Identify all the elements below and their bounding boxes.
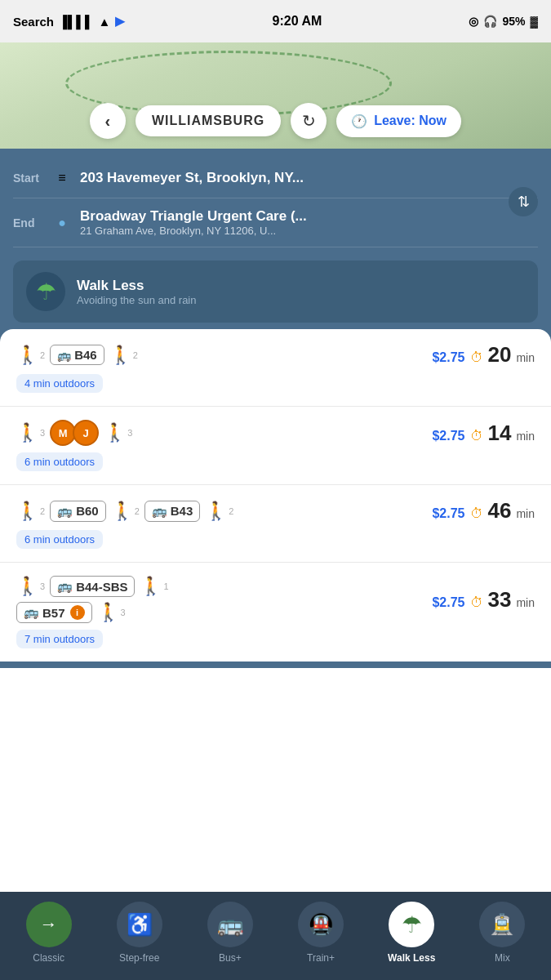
end-address-line1: Broadway Triangle Urgent Care (... [80,208,538,225]
carrier-label: Search [13,15,54,29]
trainplus-icon: 🚇 [308,912,334,938]
end-icon: ● [52,213,72,233]
walkless-label: Walk Less [388,952,435,964]
mix-icon: 🚊 [490,913,514,936]
route-price-time: $2.75 ⏱ 46 min [432,498,535,523]
end-label: End [13,216,44,229]
walk-less-icon: ☂ [26,272,65,311]
walk-after-icon: 🚶3 [97,602,126,623]
time-value: 14 [488,421,512,446]
map-nav-bar: ‹ WILLIAMSBURG ↻ 🕐 Leave: Now [0,103,551,139]
trainplus-label: Train+ [307,952,335,964]
route-item[interactable]: 🚶2 🚌 B46 🚶2 $2.75 ⏱ 20 min 4 min outdoor… [0,329,551,407]
refresh-button[interactable]: ↻ [291,103,327,139]
time-icon: ⏱ [470,506,483,521]
bus-badge-b43: 🚌 B43 [144,501,201,522]
route-steps: 🚶3 M J 🚶3 [16,420,132,446]
status-left: Search ▐▌▌▌ ▲ ▶ [13,14,125,29]
route-steps-row2: 🚌 B57 i 🚶3 [16,602,432,623]
signal-icon: ▐▌▌▌ [59,15,94,29]
route-panel: Start ≡ 203 Havemeyer St, Brooklyn, NY..… [0,149,551,668]
routes-list: 🚶2 🚌 B46 🚶2 $2.75 ⏱ 20 min 4 min outdoor… [0,329,551,662]
time-unit: min [516,351,535,364]
route-price-time: $2.75 ⏱ 20 min [432,342,535,368]
route-item[interactable]: 🚶2 🚌 B60 🚶2 🚌 B43 🚶2 $2.75 ⏱ 46 [0,485,551,563]
walkless-icon-wrap: ☂ [389,902,434,947]
mix-icon-wrap: 🚊 [479,902,525,947]
bus-badge-b57: 🚌 B57 i [16,602,92,623]
outdoors-badge: 7 min outdoors [16,630,103,648]
leave-now-button[interactable]: 🕐 Leave: Now [336,105,461,137]
route-steps-wrap: 🚶3 🚌 B44-SBS 🚶1 🚌 B57 i 🚶3 [16,576,432,623]
start-address: 203 Havemeyer St, Brooklyn, NY... [80,170,538,186]
time-unit: min [516,507,535,520]
end-address-line2: 21 Graham Ave, Brooklyn, NY 11206, U... [80,225,538,237]
outdoors-badge: 6 min outdoors [16,452,103,471]
walk-after-icon: 🚶3 [104,422,132,443]
route-price-time: $2.75 ⏱ 33 min [432,587,535,612]
bus-icon: 🚌 [57,579,73,594]
nav-item-trainplus[interactable]: 🚇 Train+ [288,902,353,964]
wifi-icon: ▲ [99,15,111,29]
bottom-nav-spacer [0,668,551,758]
price-label: $2.75 [432,350,464,365]
walk-before-icon: 🚶2 [16,345,45,366]
status-right: ◎ 🎧 95% ▓ [469,15,538,28]
route-steps: 🚶2 🚌 B46 🚶2 [16,345,138,366]
back-button[interactable]: ‹ [90,103,126,139]
time-value: 33 [488,587,512,612]
price-label: $2.75 [432,595,464,610]
route-steps-row1: 🚶3 🚌 B44-SBS 🚶1 [16,576,432,597]
clock-icon: 🕐 [351,114,367,129]
end-row[interactable]: End ● Broadway Triangle Urgent Care (...… [13,198,538,247]
nav-item-walkless[interactable]: ☂ Walk Less [379,902,444,964]
leave-label: Leave: Now [374,114,447,128]
bus-label: B57 [42,606,65,620]
route-item[interactable]: 🚶3 M J 🚶3 $2.75 ⏱ 14 min 6 min outdoors [0,407,551,485]
swap-button[interactable]: ⇅ [509,187,538,216]
walk-less-section[interactable]: ☂ Walk Less Avoiding the sun and rain [13,261,538,323]
umbrella-icon: ☂ [36,278,56,305]
stepfree-label: Step-free [119,952,159,964]
route-item-top: 🚶2 🚌 B46 🚶2 $2.75 ⏱ 20 min [16,342,535,368]
stepfree-icon: ♿ [127,912,153,938]
info-icon: i [70,605,85,620]
bus-badge-b46: 🚌 B46 [50,345,104,365]
bus-icon: 🚌 [152,504,167,519]
time-value: 46 [488,498,512,523]
outdoors-badge: 4 min outdoors [16,374,103,393]
nav-item-mix[interactable]: 🚊 Mix [469,902,535,964]
route-steps: 🚶2 🚌 B60 🚶2 🚌 B43 🚶2 [16,501,233,522]
metro-j-circle: J [73,420,99,446]
walk-mid-icon: 🚶2 [111,501,140,522]
battery-label: 95% [502,15,525,28]
classic-icon: → [40,914,58,935]
price-label: $2.75 [432,506,464,521]
mix-label: Mix [495,952,510,964]
busplus-label: Bus+ [219,952,242,964]
walk-mid-icon: 🚶1 [140,576,168,597]
nav-item-classic[interactable]: → Classic [16,902,82,964]
stepfree-icon-wrap: ♿ [117,902,162,947]
busplus-icon: 🚌 [217,912,243,938]
trainplus-icon-wrap: 🚇 [298,902,344,947]
walk-before-icon: 🚶2 [16,501,45,522]
status-bar: Search ▐▌▌▌ ▲ ▶ 9:20 AM ◎ 🎧 95% ▓ [0,0,551,42]
metro-badge: M J [50,420,99,446]
location-icon: ◎ [469,15,478,28]
busplus-icon-wrap: 🚌 [207,902,253,947]
walk-less-text: Walk Less Avoiding the sun and rain [77,278,196,306]
walk-after-icon: 🚶2 [205,501,233,522]
route-item[interactable]: 🚶3 🚌 B44-SBS 🚶1 🚌 B57 i 🚶3 [0,563,551,662]
route-item-top: 🚶2 🚌 B60 🚶2 🚌 B43 🚶2 $2.75 ⏱ 46 [16,498,535,523]
bus-icon: 🚌 [24,605,39,620]
walk-before-icon: 🚶3 [16,576,45,597]
nav-item-stepfree[interactable]: ♿ Step-free [107,902,172,964]
time-icon: ⏱ [470,350,483,365]
start-row[interactable]: Start ≡ 203 Havemeyer St, Brooklyn, NY..… [13,158,538,198]
start-label: Start [13,172,44,185]
bus-label: B44-SBS [76,580,127,594]
nav-item-busplus[interactable]: 🚌 Bus+ [198,902,263,964]
walkless-icon: ☂ [402,911,422,938]
bottom-nav: → Classic ♿ Step-free 🚌 Bus+ 🚇 Train+ ☂ … [0,892,551,980]
